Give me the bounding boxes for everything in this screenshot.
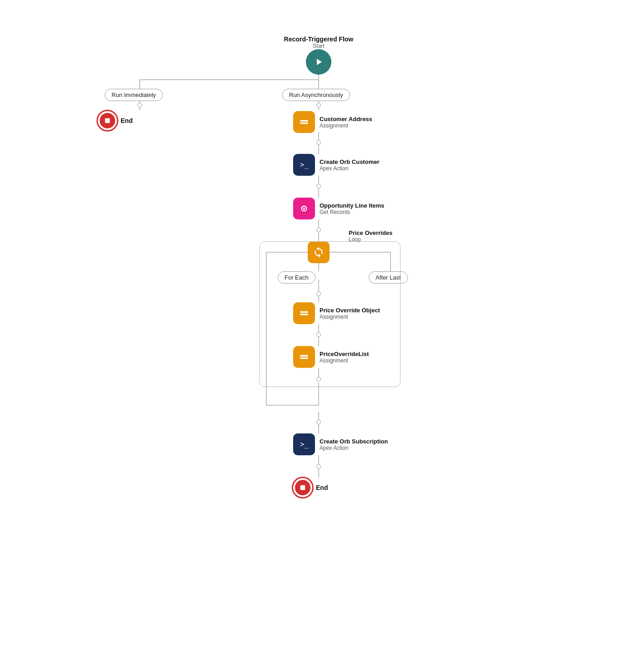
svg-text:>_: >_	[300, 161, 309, 169]
customer-address-node[interactable]: Customer Address Assignment	[293, 111, 372, 133]
svg-rect-28	[300, 355, 308, 356]
run-immediately-pill[interactable]: Run Immediately	[105, 89, 163, 101]
flow-start-header: Record-Triggered Flow Start	[282, 36, 355, 49]
connector-dot-4	[316, 228, 321, 232]
svg-rect-22	[300, 122, 308, 124]
connector-dot-7	[316, 377, 321, 382]
price-override-list-node[interactable]: PriceOverrideList Assignment	[293, 346, 369, 368]
left-end-node[interactable]: End	[98, 111, 132, 130]
flow-canvas: Record-Triggered Flow Start Run Immediat…	[0, 0, 640, 672]
svg-rect-27	[300, 314, 308, 315]
svg-marker-19	[317, 59, 322, 65]
svg-rect-31	[300, 485, 305, 490]
price-override-object-node[interactable]: Price Override Object Assignment	[293, 302, 380, 324]
connector-dot-9	[316, 464, 321, 469]
create-orb-subscription-node[interactable]: >_ Create Orb Subscription Apex Action	[293, 433, 388, 455]
svg-point-25	[303, 208, 305, 209]
price-overrides-label: Price Overrides Loop	[344, 229, 392, 243]
svg-rect-20	[105, 118, 110, 123]
connector-dot-5	[316, 291, 321, 296]
svg-rect-29	[300, 357, 308, 359]
connector-dot-2	[316, 140, 321, 145]
svg-text:>_: >_	[300, 440, 309, 448]
flow-subtitle: Start	[313, 43, 324, 49]
flow-title: Record-Triggered Flow	[284, 36, 353, 43]
svg-rect-21	[300, 120, 308, 122]
svg-rect-26	[300, 311, 308, 313]
connector-dot-3	[316, 184, 321, 188]
right-connector-dot-1	[316, 103, 321, 107]
create-orb-customer-node[interactable]: >_ Create Orb Customer Apex Action	[293, 154, 379, 176]
left-connector-dot	[137, 103, 142, 107]
connector-dot-8	[316, 420, 321, 424]
opportunity-line-items-node[interactable]: Opportunity Line Items Get Records	[293, 198, 384, 219]
connector-dot-6	[316, 332, 321, 337]
run-asynchronously-pill[interactable]: Run Asynchronously	[282, 89, 350, 101]
right-end-node[interactable]: End	[293, 478, 328, 497]
trigger-node[interactable]	[306, 49, 331, 75]
